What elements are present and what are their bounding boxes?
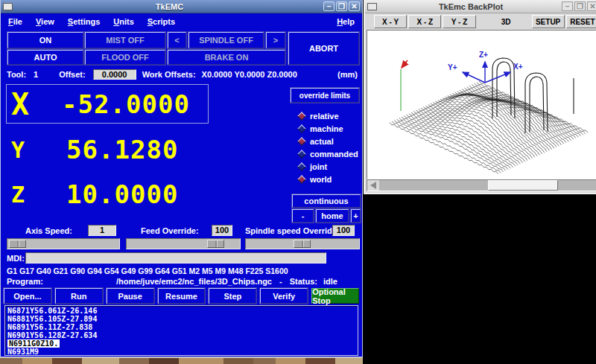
radio-indicator-icon xyxy=(297,112,305,120)
window-title: TkEMC xyxy=(16,2,323,11)
radio-relative[interactable]: relative xyxy=(299,109,358,122)
minimize-icon[interactable]: – xyxy=(323,1,335,11)
step-button[interactable]: Step xyxy=(209,288,256,304)
axis-z-letter: Z xyxy=(11,182,25,208)
axis-z-value: 10.0000 xyxy=(66,179,178,209)
radio-label: relative xyxy=(310,112,339,121)
resume-button[interactable]: Resume xyxy=(158,288,206,304)
tool-label: Tool: xyxy=(7,70,26,79)
machine-on-button[interactable]: ON xyxy=(7,32,83,48)
radio-joint[interactable]: joint xyxy=(299,160,358,173)
program-text-area[interactable]: N6871Y56.061Z-26.146 N6881Y56.105Z-27.89… xyxy=(4,305,358,356)
mdi-input[interactable] xyxy=(25,252,326,264)
spindle-override-value: 100 xyxy=(332,225,355,236)
spindle-override-slider[interactable] xyxy=(245,238,360,249)
mist-button[interactable]: MIST OFF xyxy=(85,32,165,48)
axis-x-display[interactable]: X -52.0000 xyxy=(6,84,209,124)
code-line-active: N6911G0Z10. xyxy=(7,339,60,348)
axis-speed-slider[interactable] xyxy=(7,238,120,249)
svg-text:Z+: Z+ xyxy=(479,51,488,59)
offset-entry[interactable]: 0.0000 xyxy=(93,69,136,80)
flood-button[interactable]: FLOOD OFF xyxy=(85,50,165,65)
svg-text:Y+: Y+ xyxy=(448,63,457,71)
mdi-label: MDI: xyxy=(7,254,25,263)
radio-world[interactable]: world xyxy=(299,173,358,185)
axis-y-display[interactable]: Y 56.1280 xyxy=(7,134,253,165)
radio-label: actual xyxy=(310,137,334,146)
slider-handle[interactable] xyxy=(207,240,224,248)
run-button[interactable]: Run xyxy=(55,288,103,304)
menu-file[interactable]: File xyxy=(8,17,22,26)
home-button[interactable]: home xyxy=(316,209,349,223)
slider-handle[interactable] xyxy=(9,240,26,248)
code-line: N6881Y56.105Z-27.894 xyxy=(7,315,355,323)
radio-label: joint xyxy=(310,162,327,171)
menu-scripts[interactable]: Scripts xyxy=(148,17,175,26)
menu-help[interactable]: Help xyxy=(337,17,355,26)
pause-button[interactable]: Pause xyxy=(107,288,154,304)
maximize-icon[interactable]: ❐ xyxy=(574,1,586,11)
mode-auto-button[interactable]: AUTO xyxy=(7,50,83,65)
tab-xy[interactable]: X - Y xyxy=(374,15,407,28)
override-limits-button[interactable]: override limits xyxy=(291,88,359,103)
close-icon[interactable]: ✕ xyxy=(587,1,596,11)
axis-speed-label: Axis Speed: xyxy=(25,226,72,235)
abort-button[interactable]: ABORT xyxy=(288,32,359,65)
program-label: Program: xyxy=(7,277,43,286)
backplot-canvas[interactable]: Z+Y+X+ xyxy=(367,30,596,179)
window-icon xyxy=(3,3,13,10)
tab-yz[interactable]: Y - Z xyxy=(443,15,475,28)
menu-view[interactable]: View xyxy=(36,17,54,26)
axis-z-display[interactable]: Z 10.0000 xyxy=(7,179,253,210)
radio-indicator-icon xyxy=(297,124,305,132)
feed-override-label: Feed Override: xyxy=(141,226,199,235)
program-row: Program: /home/juve/emc2/nc_files/3D_Chi… xyxy=(7,277,358,286)
spindle-minus-button[interactable]: < xyxy=(168,32,186,48)
jog-plus-button[interactable]: + xyxy=(351,209,361,223)
radio-label: machine xyxy=(310,124,343,133)
tab-xz[interactable]: X - Z xyxy=(408,15,441,28)
code-line: N6891Y56.11Z-27.838 xyxy=(7,323,355,331)
scroll-left-icon xyxy=(370,182,376,189)
menubar: File View Settings Units Scripts Help xyxy=(2,14,361,29)
status-value: idle xyxy=(323,277,337,286)
tool-row: Tool: 1 Offset: 0.0000 Work Offsets: X0.… xyxy=(7,68,358,80)
dash: - xyxy=(279,277,282,286)
svg-text:X+: X+ xyxy=(513,63,523,71)
scroll-left-button[interactable] xyxy=(367,180,379,191)
optional-stop-button[interactable]: Optional Stop xyxy=(311,288,359,304)
axis-x-value: -52.0000 xyxy=(62,89,190,119)
tool-number: 1 xyxy=(34,70,38,79)
setup-button[interactable]: SETUP xyxy=(532,15,565,28)
radio-actual[interactable]: actual xyxy=(299,135,358,147)
slider-handle[interactable] xyxy=(294,240,311,248)
jog-mode-button[interactable]: continuous xyxy=(292,194,361,208)
backplot-view-tabs: X - Y X - Z Y - Z 3D SETUP RESET xyxy=(365,13,596,30)
menu-settings[interactable]: Settings xyxy=(68,17,100,26)
minimize-icon[interactable]: – xyxy=(562,1,573,11)
radio-machine[interactable]: machine xyxy=(299,122,358,135)
tab-3d[interactable]: 3D xyxy=(498,15,514,28)
scrollbar-thumb[interactable] xyxy=(488,180,558,191)
verify-button[interactable]: Verify xyxy=(260,288,308,304)
jog-minus-button[interactable]: - xyxy=(292,209,314,223)
titlebar[interactable]: TkEmc BackPlot – ❐ ✕ xyxy=(365,0,596,13)
open-button[interactable]: Open... xyxy=(4,288,51,304)
spindle-plus-button[interactable]: > xyxy=(266,32,285,48)
titlebar[interactable]: TkEMC – ❐ ✕ xyxy=(1,0,362,13)
feed-override-slider[interactable] xyxy=(126,238,241,249)
tkemc-window: TkEMC – ❐ ✕ File View Settings Units Scr… xyxy=(0,0,363,357)
units-indicator: (mm) xyxy=(337,70,358,79)
offset-label: Offset: xyxy=(59,70,85,79)
horizontal-scrollbar[interactable] xyxy=(367,179,596,191)
coord-radio-group: relative machine actual commanded joint … xyxy=(299,109,358,185)
close-icon[interactable]: ✕ xyxy=(349,1,360,11)
maximize-icon[interactable]: ❐ xyxy=(336,1,347,11)
reset-button[interactable]: RESET xyxy=(566,15,596,28)
menu-units[interactable]: Units xyxy=(113,17,134,26)
radio-commanded[interactable]: commanded xyxy=(299,147,358,160)
window-icon xyxy=(367,3,377,10)
spindle-button[interactable]: SPINDLE OFF xyxy=(188,32,264,48)
radio-indicator-icon xyxy=(297,137,305,145)
brake-button[interactable]: BRAKE ON xyxy=(168,50,285,65)
